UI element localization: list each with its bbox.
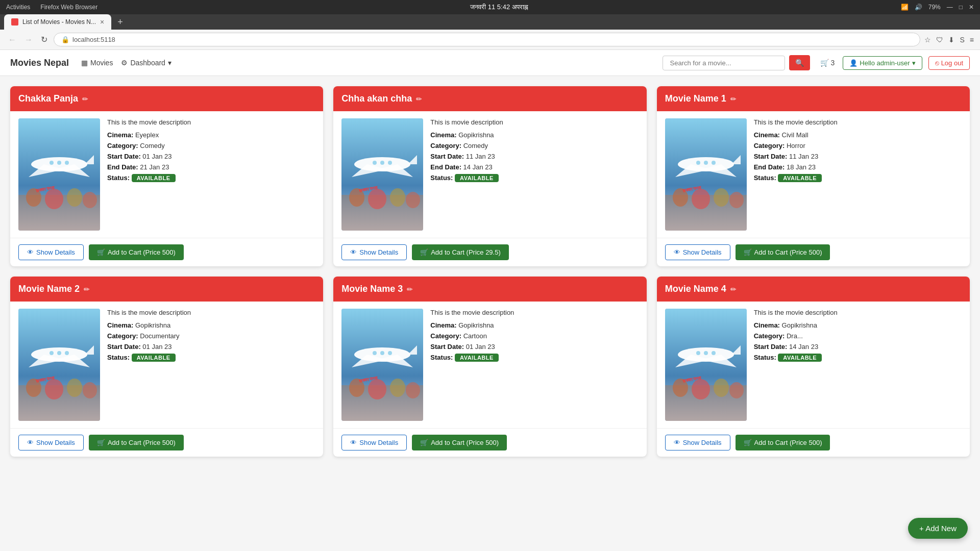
svg-point-6	[57, 161, 61, 165]
browser-tab[interactable]: List of Movies - Movies N... ×	[4, 14, 111, 30]
new-tab-button[interactable]: +	[113, 15, 127, 30]
movie-card-footer: 👁 Show Details 🛒 Add to Cart (Price 500)	[657, 428, 970, 457]
svg-point-62	[380, 351, 384, 355]
tab-title: List of Movies - Movies N...	[22, 18, 96, 26]
add-to-cart-button[interactable]: 🛒 Add to Cart (Price 500)	[89, 244, 184, 260]
add-to-cart-button[interactable]: 🛒 Add to Cart (Price 500)	[736, 244, 830, 260]
address-bar[interactable]: 🔒 localhost:5118	[54, 33, 920, 46]
movie-category: Category: Comedy	[107, 142, 315, 149]
dashboard-nav-link[interactable]: ⚙ Dashboard ▾	[121, 59, 172, 67]
reload-button[interactable]: ↻	[39, 33, 50, 46]
movie-title: Movie Name 3	[341, 284, 403, 294]
tab-close-button[interactable]: ×	[100, 18, 104, 26]
movie-cinema: Cinema: Gopikrishna	[430, 131, 638, 139]
movie-info: This is the movie description Cinema: Ey…	[107, 118, 315, 231]
movie-category: Category: Documentary	[107, 332, 315, 340]
download-icon[interactable]: ⬇	[948, 36, 954, 44]
app-name-label: Firefox Web Browser	[40, 4, 97, 11]
movie-start-date: Start Date: 01 Jan 23	[107, 153, 315, 160]
movie-description: This is the movie description	[430, 309, 638, 316]
cart-info[interactable]: 🛒 3	[820, 59, 835, 67]
movie-category: Category: Cartoon	[430, 332, 638, 340]
edit-icon[interactable]: ✏	[730, 285, 737, 293]
show-details-label: Show Details	[683, 439, 722, 446]
search-wrap: 🔍 🛒 3 👤 Hello admin-user ▾ ⎋ Log out	[663, 55, 970, 70]
svg-point-49	[65, 351, 69, 355]
svg-point-80	[692, 379, 710, 399]
movie-info: This is the movie description Cinema: Go…	[430, 309, 638, 421]
edit-icon[interactable]: ✏	[84, 285, 90, 293]
browser-addressbar: ← → ↻ 🔒 localhost:5118 ☆ 🛡 ⬇ S ≡	[0, 30, 980, 50]
svg-point-39	[714, 188, 729, 207]
back-button[interactable]: ←	[6, 33, 18, 46]
movie-status: Status: AVAILABLE	[107, 354, 315, 362]
show-details-button[interactable]: 👁 Show Details	[665, 435, 730, 450]
show-details-button[interactable]: 👁 Show Details	[665, 244, 730, 260]
tab-favicon	[11, 18, 18, 26]
app-brand[interactable]: Movies Nepal	[10, 58, 69, 68]
menu-icon[interactable]: ≡	[970, 36, 974, 44]
edit-icon[interactable]: ✏	[730, 95, 737, 103]
show-details-button[interactable]: 👁 Show Details	[18, 244, 84, 260]
logout-label: Log out	[941, 59, 963, 67]
window-close[interactable]: ✕	[969, 4, 974, 11]
movie-card-footer: 👁 Show Details 🛒 Add to Cart (Price 500)	[10, 238, 323, 266]
add-to-cart-button[interactable]: 🛒 Add to Cart (Price 29.5)	[412, 244, 509, 260]
show-details-label: Show Details	[683, 248, 722, 256]
add-to-cart-button[interactable]: 🛒 Add to Cart (Price 500)	[412, 435, 507, 450]
edit-icon[interactable]: ✏	[82, 95, 88, 103]
user-button[interactable]: 👤 Hello admin-user ▾	[843, 56, 922, 70]
eye-icon: 👁	[674, 439, 680, 446]
add-to-cart-button[interactable]: 🛒 Add to Cart (Price 500)	[89, 435, 184, 450]
show-details-button[interactable]: 👁 Show Details	[341, 244, 407, 260]
battery-label: 79%	[928, 4, 941, 11]
svg-point-54	[83, 382, 97, 398]
edit-icon[interactable]: ✏	[416, 95, 422, 103]
movie-category: Category: Horror	[754, 142, 962, 149]
search-button[interactable]: 🔍	[789, 55, 810, 70]
movie-start-date: Start Date: 11 Jan 23	[430, 153, 638, 160]
dashboard-arrow-icon: ▾	[168, 59, 172, 67]
window-maximize[interactable]: □	[959, 4, 963, 11]
movie-start-date: Start Date: 01 Jan 23	[430, 343, 638, 350]
movie-status: Status: AVAILABLE	[754, 354, 962, 362]
show-details-button[interactable]: 👁 Show Details	[18, 435, 84, 450]
logout-icon: ⎋	[935, 59, 939, 67]
show-details-label: Show Details	[359, 439, 398, 446]
movie-title: Chha akan chha	[341, 93, 412, 104]
movie-description: This is the movie description	[107, 118, 315, 126]
svg-point-67	[390, 379, 405, 397]
movie-card-body: छक्का पन्जा This is the movie descriptio…	[333, 302, 646, 428]
status-badge: AVAILABLE	[132, 174, 176, 182]
profile-icon[interactable]: S	[960, 36, 964, 44]
show-details-label: Show Details	[36, 248, 75, 256]
svg-point-82	[729, 382, 744, 398]
edit-icon[interactable]: ✏	[407, 285, 413, 293]
svg-point-11	[67, 188, 82, 207]
shield-icon[interactable]: 🛡	[936, 36, 943, 44]
movie-card-body: छक्का पन्जा This is movie description Ci…	[333, 111, 646, 238]
status-badge: AVAILABLE	[778, 174, 822, 182]
wifi-icon: 📶	[901, 4, 909, 11]
forward-button[interactable]: →	[22, 33, 35, 46]
movie-card-body: छक्का पन्जा This is the movie descriptio…	[10, 302, 323, 428]
bookmark-icon[interactable]: ☆	[924, 36, 931, 44]
eye-icon: 👁	[350, 439, 357, 446]
add-to-cart-button[interactable]: 🛒 Add to Cart (Price 500)	[736, 435, 830, 450]
svg-point-40	[729, 192, 744, 208]
movie-title: Movie Name 4	[665, 284, 726, 294]
svg-point-61	[373, 351, 377, 355]
search-input[interactable]	[663, 56, 785, 70]
movies-nav-link[interactable]: ▦ Movies	[81, 59, 113, 67]
eye-icon: 👁	[27, 248, 34, 256]
svg-point-35	[712, 161, 716, 165]
add-cart-label: Add to Cart (Price 500)	[431, 439, 499, 446]
main-nav: ▦ Movies ⚙ Dashboard ▾	[81, 59, 172, 67]
svg-point-76	[704, 351, 708, 355]
activities-label[interactable]: Activities	[6, 4, 30, 11]
svg-point-26	[406, 192, 420, 208]
movie-card-header: Chakka Panja ✏	[10, 86, 323, 111]
logout-button[interactable]: ⎋ Log out	[928, 56, 970, 70]
show-details-button[interactable]: 👁 Show Details	[341, 435, 407, 450]
window-minimize[interactable]: —	[947, 4, 953, 11]
